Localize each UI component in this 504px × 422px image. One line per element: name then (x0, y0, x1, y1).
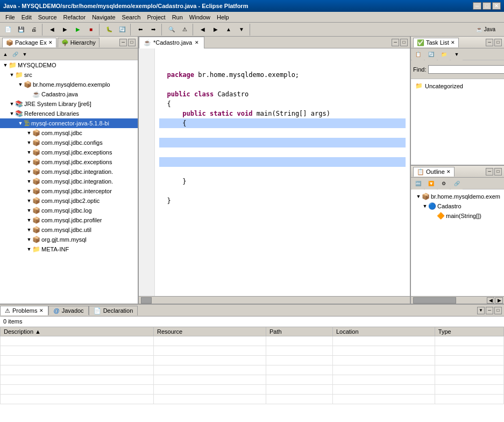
task-maximize[interactable]: □ (494, 39, 502, 46)
toolbar-arrow-down[interactable]: ▼ (236, 24, 247, 36)
toggle-pkg10[interactable]: ▼ (26, 217, 32, 223)
tree-item-pkg11[interactable]: ▼ 📦 com.mysql.jdbc.util (0, 225, 138, 235)
toolbar-bug[interactable]: 🐛 (103, 24, 115, 36)
tree-item-pkg12[interactable]: ▼ 📦 org.gjt.mm.mysql (0, 235, 138, 244)
outline-item-package[interactable]: ▼ 📦 br.home.mysqldemo.exem (413, 192, 502, 201)
col-path[interactable]: Path (266, 327, 332, 336)
toolbar-stop[interactable]: ■ (85, 24, 97, 36)
toggle-pkg11[interactable]: ▼ (26, 227, 32, 233)
tree-menu[interactable]: ▼ (20, 50, 29, 59)
editor-tab-close[interactable]: ✕ (194, 40, 200, 45)
toolbar-problems[interactable]: ⚠ (179, 24, 190, 36)
menu-refactor[interactable]: Refactor (60, 13, 89, 22)
menu-search[interactable]: Search (119, 13, 144, 22)
menu-edit[interactable]: Edit (18, 13, 35, 22)
toggle-metainf[interactable]: ▼ (26, 246, 32, 252)
tree-item-pkg2[interactable]: ▼ 📦 com.mysql.jdbc.configs (0, 138, 138, 147)
toolbar-run[interactable]: ▶ (72, 24, 84, 36)
editor-tab-cadastro[interactable]: ☕ *Cadastro.java ✕ (139, 37, 204, 48)
task-btn2[interactable]: 🔄 (425, 48, 437, 60)
tab-problems[interactable]: ⚠ Problems ✕ (0, 306, 48, 315)
close-button[interactable]: ✕ (492, 2, 501, 10)
toggle-pkg6[interactable]: ▼ (26, 178, 32, 185)
editor-minimize[interactable]: ─ (392, 39, 399, 46)
toggle-pkg1[interactable]: ▼ (26, 130, 32, 136)
code-editor[interactable]: package br.home.mysqldemo.exemplo; publi… (155, 48, 410, 296)
menu-project[interactable]: Project (144, 13, 168, 22)
toolbar-search[interactable]: 🔍 (166, 24, 178, 36)
tab-task-list[interactable]: ✅ Task List ✕ (413, 38, 459, 47)
outline-scroll-left[interactable]: ◀ (487, 297, 494, 304)
outline-close[interactable]: ✕ (446, 169, 451, 174)
toggle-src[interactable]: ▼ (9, 72, 15, 78)
toggle-mysqldemo[interactable]: ▼ (2, 62, 9, 68)
outline-scrollbar[interactable]: ◀ ▶ (411, 296, 504, 304)
panel-minimize[interactable]: ─ (119, 39, 127, 46)
toggle-package[interactable]: ▼ (17, 81, 24, 88)
toolbar-arrow-right[interactable]: ▶ (210, 24, 222, 36)
tree-item-pkg10[interactable]: ▼ 📦 com.mysql.jdbc.profiler (0, 215, 138, 225)
menu-file[interactable]: File (2, 13, 18, 22)
toggle-jre[interactable]: ▼ (9, 101, 15, 107)
bottom-menu[interactable]: ▼ (477, 307, 485, 314)
tree-item-metainf[interactable]: ▼ 📁 META-INF (0, 244, 138, 254)
toggle-mysql-connector[interactable]: ▼ (17, 120, 24, 126)
maximize-button[interactable]: □ (482, 2, 491, 10)
toggle-pkg4[interactable]: ▼ (26, 159, 32, 165)
tree-item-pkg1[interactable]: ▼ 📦 com.mysql.jdbc (0, 128, 138, 138)
task-btn4[interactable]: ▼ (451, 48, 463, 60)
toolbar-forward[interactable]: ➡ (147, 24, 159, 36)
menu-navigate[interactable]: Navigate (89, 13, 118, 22)
tree-content[interactable]: ▼ 📁 MYSQLDEMO ▼ 📁 src ▼ 📦 br.home.mysqld… (0, 60, 138, 304)
tree-item-pkg4[interactable]: ▼ 📦 com.mysql.jdbc.exceptions (0, 157, 138, 167)
minimize-button[interactable]: ─ (473, 2, 481, 10)
menu-run[interactable]: Run (169, 13, 186, 22)
bottom-minimize[interactable]: ─ (486, 307, 493, 314)
editor-maximize[interactable]: □ (400, 39, 408, 46)
toolbar-prev[interactable]: ◀ (46, 24, 58, 36)
tree-item-package[interactable]: ▼ 📦 br.home.mysqldemo.exemplo (0, 80, 138, 89)
tree-link-editor[interactable]: 🔗 (11, 50, 19, 59)
toggle-ref-libs[interactable]: ▼ (9, 110, 15, 117)
toggle-pkg3[interactable]: ▼ (26, 149, 32, 156)
task-btn3[interactable]: 📁 (438, 48, 450, 60)
menu-source[interactable]: Source (35, 13, 60, 22)
tab-hierarchy[interactable]: 🌳 Hierarchy (58, 38, 100, 47)
toggle-pkg9[interactable]: ▼ (26, 207, 32, 214)
tree-item-ref-libs[interactable]: ▼ 📚 Referenced Libraries (0, 109, 138, 118)
tab-package-explorer[interactable]: 📦 Package Ex ✕ (2, 38, 56, 47)
outline-settings[interactable]: ⚙ (438, 178, 450, 189)
tree-item-mysqldemo[interactable]: ▼ 📁 MYSQLDEMO (0, 60, 138, 70)
toolbar-arrow-left[interactable]: ◀ (197, 24, 209, 36)
tab-declaration[interactable]: 📄 Declaration (89, 306, 138, 315)
toolbar-perspectives[interactable]: ☕ Java (470, 24, 502, 36)
menu-help[interactable]: Help (214, 13, 232, 22)
outline-maximize[interactable]: □ (494, 168, 502, 175)
find-input[interactable] (428, 65, 504, 74)
tree-item-pkg3[interactable]: ▼ 📦 com.mysql.jdbc.exceptions (0, 147, 138, 157)
outline-toggle-pkg[interactable]: ▼ (415, 193, 422, 200)
bottom-maximize[interactable]: □ (494, 307, 502, 314)
outline-link[interactable]: 🔗 (451, 178, 463, 189)
col-type[interactable]: Type (435, 327, 503, 336)
toolbar-back[interactable]: ⬅ (134, 24, 146, 36)
tree-item-pkg6[interactable]: ▼ 📦 com.mysql.jdbc.integration. (0, 177, 138, 186)
tree-item-mysql-connector[interactable]: ▼ 🗜 mysql-connector-java-5.1.8-bi (0, 118, 138, 128)
tree-item-pkg5[interactable]: ▼ 📦 com.mysql.jdbc.integration. (0, 167, 138, 177)
task-list-close[interactable]: ✕ (451, 40, 455, 45)
uncategorized-item[interactable]: 📁 Uncategorized (413, 81, 502, 90)
toolbar-refresh[interactable]: 🔄 (116, 24, 128, 36)
col-description[interactable]: Description ▲ (1, 327, 154, 336)
toggle-pkg8[interactable]: ▼ (26, 198, 32, 204)
toolbar-new[interactable]: 📄 (2, 24, 14, 36)
task-btn1[interactable]: 📋 (412, 48, 424, 60)
task-minimize[interactable]: ─ (486, 39, 493, 46)
outline-scroll-right[interactable]: ▶ (495, 297, 503, 304)
editor-scrollbar-h[interactable] (139, 296, 410, 304)
tree-item-cadastro[interactable]: ☕ Cadastro.java (0, 89, 138, 99)
panel-maximize[interactable]: □ (128, 39, 136, 46)
outline-minimize[interactable]: ─ (486, 168, 493, 175)
toggle-pkg7[interactable]: ▼ (26, 188, 32, 194)
problems-close[interactable]: ✕ (39, 308, 44, 313)
col-resource[interactable]: Resource (154, 327, 266, 336)
